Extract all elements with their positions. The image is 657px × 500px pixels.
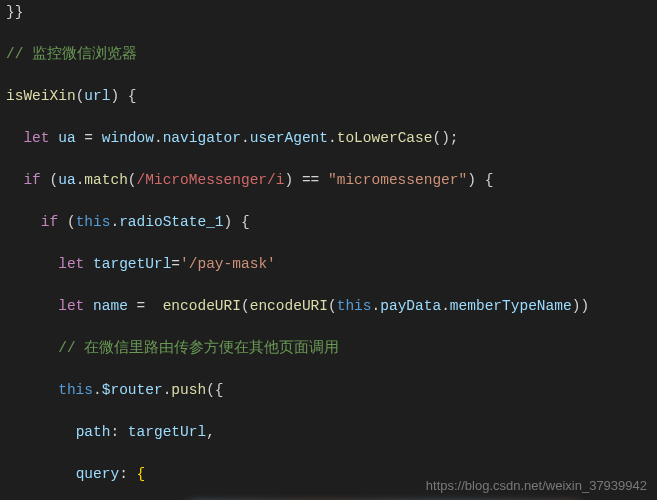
code-line: if (this.radioState_1) {: [6, 212, 651, 233]
code-line: }}: [6, 2, 651, 23]
code-line: if (ua.match(/MicroMessenger/i) == "micr…: [6, 170, 651, 191]
code-line: // 监控微信浏览器: [6, 44, 651, 65]
code-line: let name = encodeURI(encodeURI(this.payD…: [6, 296, 651, 317]
code-line: isWeiXin(url) {: [6, 86, 651, 107]
code-line: let ua = window.navigator.userAgent.toLo…: [6, 128, 651, 149]
code-line: // 在微信里路由传参方便在其他页面调用: [6, 338, 651, 359]
code-line: this.$router.push({: [6, 380, 651, 401]
code-editor[interactable]: }} // 监控微信浏览器 isWeiXin(url) { let ua = w…: [0, 0, 657, 500]
code-line: path: targetUrl,: [6, 422, 651, 443]
code-line: let targetUrl='/pay-mask': [6, 254, 651, 275]
watermark-text: https://blog.csdn.net/weixin_37939942: [426, 477, 647, 496]
